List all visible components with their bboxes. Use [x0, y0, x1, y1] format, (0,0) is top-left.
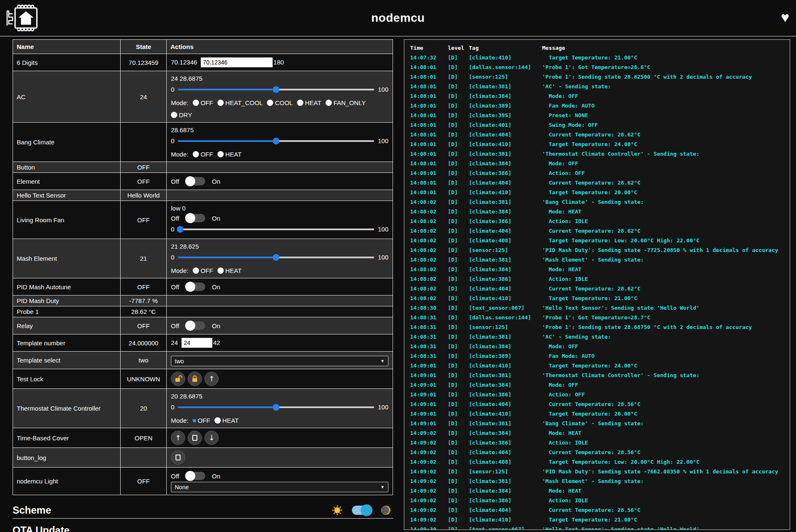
slider-knob[interactable] [273, 404, 279, 411]
mode-radio-option[interactable]: OFF [193, 416, 210, 424]
log-message: 'AC' - Sending state: [542, 332, 787, 342]
select-box[interactable]: two▼ [171, 356, 388, 366]
table-row: button_log [13, 448, 393, 468]
arrow-down-icon: ↓ [209, 434, 215, 442]
log-tag: [climate:386] [469, 390, 542, 399]
log-message: 'Probe 1': Got Temperature=28.6°C [542, 62, 787, 72]
log-tag: [climate:384] [469, 207, 542, 216]
slider[interactable] [178, 257, 374, 258]
lock-button[interactable] [188, 372, 202, 386]
select-box[interactable]: None▼ [171, 482, 388, 492]
toggle-on-label: On [212, 215, 220, 222]
log-tag: [sensor:125] [469, 467, 542, 476]
arrow-down-button[interactable]: ↓ [204, 431, 219, 445]
mode-radio-option[interactable]: OFF [193, 150, 213, 158]
log-level: [D] [448, 505, 469, 515]
log-time: 14:07:32 [410, 53, 448, 62]
toggle-switch[interactable] [186, 214, 205, 222]
entity-actions: OffOn [167, 317, 393, 334]
log-level: [D] [448, 515, 469, 524]
log-tag: [climate:386] [469, 216, 542, 226]
slider-row: 0100 [171, 86, 388, 93]
log-level: [D] [448, 342, 469, 351]
slider-fill [178, 140, 276, 142]
unlock-button[interactable] [171, 372, 185, 386]
slider[interactable] [178, 406, 374, 408]
log-message: 'Mash Element' - Sending state: [542, 255, 787, 265]
mode-radio-option[interactable]: HEAT [297, 99, 321, 107]
log-message: 'Probe 1': Sending state 28.68750 °C wit… [542, 322, 787, 332]
log-message: Swing Mode: OFF [542, 120, 787, 130]
log-tag: [climate:384] [469, 159, 542, 168]
mode-radio-option[interactable]: HEAT [217, 267, 242, 275]
arrow-up-button[interactable]: ↑ [204, 372, 219, 386]
scheme-toggle[interactable] [352, 506, 371, 515]
radio-icon [215, 417, 221, 424]
slider[interactable] [178, 89, 374, 90]
log-tag: [climate:386] [469, 496, 542, 505]
log-message: Target Temperature: Low: 20.00°C High: 2… [542, 457, 787, 467]
slider-fill [178, 257, 276, 258]
toggle-off-label: Off [171, 178, 179, 185]
log-tag: [climate:395] [469, 111, 542, 120]
log-time: 14:09:02 [410, 476, 448, 486]
mode-radio-option[interactable]: COOL [267, 99, 293, 107]
mode-radio-option[interactable]: OFF [193, 99, 213, 107]
toggle-row: OffOn [171, 472, 388, 480]
scheme-divider [13, 518, 393, 519]
log-time: 14:08:01 [410, 130, 448, 139]
table-header-row: Name State Actions [13, 40, 393, 54]
stop-button[interactable] [188, 431, 202, 445]
number-input[interactable] [201, 57, 273, 67]
entity-actions: ↑↓ [167, 428, 393, 448]
slider-knob[interactable] [273, 254, 279, 261]
number-input[interactable] [181, 338, 212, 348]
column-header-name: Name [13, 40, 121, 54]
entity-state: OFF [121, 162, 167, 173]
slider-knob[interactable] [273, 86, 279, 93]
log-message: Current Temperature: 28.62°C [542, 178, 787, 188]
slider[interactable] [178, 229, 374, 230]
mode-radio-option[interactable]: HEAT [217, 150, 242, 158]
mode-option-label: HEAT [222, 416, 239, 424]
mode-radio-option[interactable]: HEAT [215, 416, 239, 424]
slider[interactable] [178, 140, 374, 142]
table-row: nodemcu LightOFFOffOnNone▼ [13, 468, 393, 495]
mode-radio-option[interactable]: OFF [193, 267, 213, 275]
toggle-switch[interactable] [186, 321, 205, 330]
mode-radio-option[interactable]: HEAT_COOL [217, 99, 263, 107]
log-level: [D] [448, 313, 469, 322]
page-title: nodemcu [0, 11, 796, 25]
log-time: 14:09:02 [410, 486, 448, 496]
slider-knob[interactable] [177, 226, 183, 233]
button-group: ↑↓ [171, 431, 388, 445]
log-time: 14:08:01 [410, 120, 448, 130]
toggle-off-label: Off [171, 473, 179, 480]
mode-option-label: OFF [198, 416, 210, 424]
toggle-switch[interactable] [186, 177, 205, 185]
toggle-switch[interactable] [186, 283, 205, 291]
action-value-text: 21 28.625 [171, 242, 388, 250]
log-level: [D] [448, 62, 469, 72]
mode-radio-option[interactable]: FAN_ONLY [326, 99, 366, 107]
log-level: [D] [448, 168, 469, 178]
log-level: [D] [448, 351, 469, 361]
log-level: [D] [448, 447, 469, 457]
entity-name: Probe 1 [13, 306, 121, 317]
slider-fill [178, 89, 276, 90]
log-message: Mode: OFF [542, 91, 787, 101]
arrow-up-button[interactable]: ↑ [171, 431, 185, 445]
log-tag: [climate:384] [469, 91, 542, 101]
entity-state [121, 123, 167, 162]
toggle-switch[interactable] [186, 472, 205, 480]
mode-radio-option[interactable]: DRY [171, 111, 192, 119]
toggle-row: OffOn [171, 321, 388, 330]
slider-min-label: 0 [171, 86, 174, 93]
slider-knob[interactable] [273, 138, 279, 144]
log-time: 14:09:02 [410, 496, 448, 505]
log-time: 14:08:01 [410, 178, 448, 188]
log-tag: [climate:410] [469, 515, 542, 524]
mode-label: Mode: [171, 99, 189, 107]
stop-button[interactable] [171, 450, 185, 465]
entity-name: button_log [13, 448, 121, 468]
